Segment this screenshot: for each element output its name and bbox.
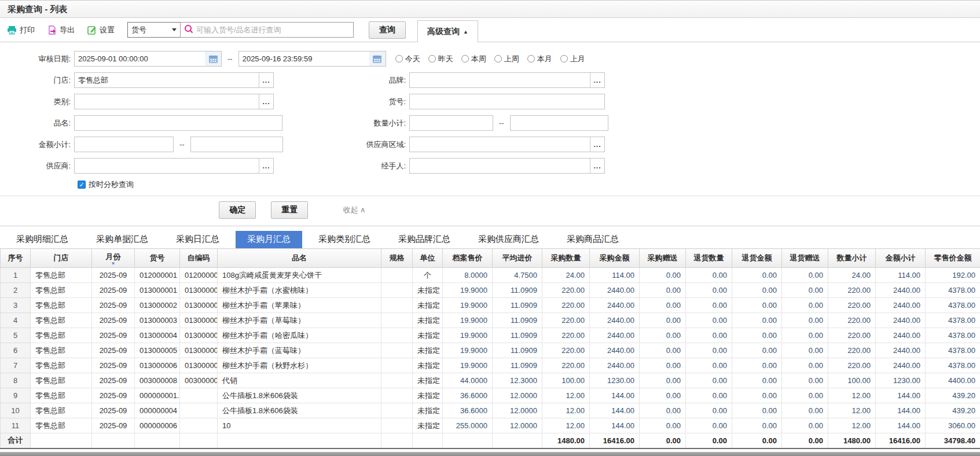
settings-button[interactable]: 设置 — [87, 25, 115, 35]
cell: 2025-09 — [92, 343, 135, 358]
calendar-icon[interactable] — [205, 52, 221, 66]
calendar-icon[interactable] — [369, 52, 386, 66]
column-header-采购金额[interactable]: 采购金额 — [590, 249, 640, 268]
store-lookup-button[interactable]: ... — [259, 73, 273, 87]
table-row[interactable]: 8零售总部2025-09003000008003000008代销未指定44.00… — [1, 373, 980, 388]
cell: 0.00 — [640, 268, 686, 283]
supplier-region-lookup-button[interactable]: ... — [590, 137, 604, 152]
tab-采购日汇总[interactable]: 采购日汇总 — [164, 231, 231, 248]
cell: 11.0909 — [493, 328, 542, 343]
cell: 2440.00 — [876, 358, 926, 373]
column-header-退货赠送[interactable]: 退货赠送 — [782, 249, 828, 268]
amount-subtotal-from-input[interactable] — [74, 137, 174, 152]
audit-date-from-input[interactable] — [75, 52, 205, 66]
cell: 0.00 — [732, 373, 782, 388]
quick-range-今天[interactable]: 今天 — [395, 54, 420, 64]
column-header-零售价金额[interactable]: 零售价金额 — [926, 249, 980, 268]
export-button[interactable]: 导出 — [47, 25, 75, 35]
table-row[interactable]: 10零售总部2025-09000000004公牛插板1.8米606袋装未指定36… — [1, 403, 980, 418]
row-index-cell: 8 — [1, 373, 31, 388]
brand-input[interactable] — [410, 73, 590, 87]
column-header-档案售价[interactable]: 档案售价 — [443, 249, 493, 268]
cell: 013000006 — [180, 358, 218, 373]
table-row[interactable]: 1零售总部2025-09012000001012000001108g滨崎咸蛋黄麦… — [1, 268, 980, 283]
store-label: 门店: — [0, 75, 74, 86]
column-header-规格[interactable]: 规格 — [381, 249, 413, 268]
column-header-采购数量[interactable]: 采购数量 — [542, 249, 590, 268]
audit-date-to-input[interactable] — [239, 52, 369, 66]
collapse-link[interactable]: 收起 ∧ — [343, 205, 365, 215]
tab-采购明细汇总[interactable]: 采购明细汇总 — [5, 231, 80, 248]
column-header-退货数量[interactable]: 退货数量 — [686, 249, 732, 268]
search-input[interactable] — [196, 25, 350, 34]
reset-button[interactable]: 重置 — [271, 201, 308, 219]
table-row[interactable]: 5零售总部2025-09013000004013000004柳丝木护手霜（哈密瓜… — [1, 328, 980, 343]
quick-range-上月[interactable]: 上月 — [560, 54, 585, 64]
column-header-门店[interactable]: 门店 — [31, 249, 92, 268]
supplier-input[interactable] — [75, 159, 259, 173]
store-input[interactable] — [75, 73, 259, 87]
brand-lookup-button[interactable]: ... — [590, 73, 604, 87]
table-row[interactable]: 6零售总部2025-09013000005013000005柳丝木护手霜（蓝莓味… — [1, 343, 980, 358]
column-header-采购赠送[interactable]: 采购赠送 — [640, 249, 686, 268]
amount-subtotal-to-input[interactable] — [190, 137, 283, 152]
print-button[interactable]: 打印 — [7, 25, 35, 35]
tab-采购商品汇总[interactable]: 采购商品汇总 — [555, 231, 630, 248]
column-header-序号[interactable]: 序号 — [1, 249, 31, 268]
qty-subtotal-from-input[interactable] — [409, 115, 493, 131]
tab-采购类别汇总[interactable]: 采购类别汇总 — [307, 231, 382, 248]
table-row[interactable]: 9零售总部2025-09000000001...公牛插板1.8米606袋装未指定… — [1, 388, 980, 403]
column-header-自编码[interactable]: 自编码 — [180, 249, 218, 268]
column-header-品名[interactable]: 品名 — [218, 249, 381, 268]
column-header-单位[interactable]: 单位 — [413, 249, 443, 268]
quick-range-本周[interactable]: 本周 — [461, 54, 486, 64]
qty-subtotal-to-input[interactable] — [510, 115, 608, 131]
column-header-金额小计[interactable]: 金额小计 — [876, 249, 926, 268]
handler-lookup-button[interactable]: ... — [590, 159, 604, 173]
quick-range-昨天[interactable]: 昨天 — [428, 54, 453, 64]
cell: 0.00 — [640, 433, 686, 448]
query-button[interactable]: 查询 — [369, 21, 406, 39]
audit-date-row: 审核日期: -- 今天昨天本周上周本月上月 — [0, 51, 980, 67]
time-precision-checkbox[interactable]: ✓ 按时分秒查询 — [78, 179, 134, 190]
tab-采购供应商汇总[interactable]: 采购供应商汇总 — [467, 231, 550, 248]
table-row[interactable]: 7零售总部2025-09013000006013000006柳丝木护手霜（秋野水… — [1, 358, 980, 373]
confirm-button[interactable]: 确定 — [219, 201, 256, 219]
cell: 0.00 — [686, 298, 732, 313]
advanced-query-toggle[interactable]: 高级查询 ▲ — [417, 20, 478, 42]
cell: 2440.00 — [590, 328, 640, 343]
cell: 未指定 — [413, 298, 443, 313]
table-row[interactable]: 4零售总部2025-09013000003013000003柳丝木护手霜（草莓味… — [1, 313, 980, 328]
column-header-月份[interactable]: 月份▼ — [92, 249, 135, 268]
horizontal-scrollbar[interactable] — [0, 452, 980, 456]
column-header-平均进价[interactable]: 平均进价 — [493, 249, 542, 268]
tab-采购月汇总[interactable]: 采购月汇总 — [236, 231, 302, 248]
tab-采购品牌汇总[interactable]: 采购品牌汇总 — [387, 231, 462, 248]
handler-input[interactable] — [410, 159, 590, 173]
table-row[interactable]: 2零售总部2025-09013000001013000001柳丝木护手霜（水蜜桃… — [1, 283, 980, 298]
cell: 零售总部 — [31, 298, 92, 313]
tab-采购单据汇总[interactable]: 采购单据汇总 — [85, 231, 160, 248]
column-header-数量小计[interactable]: 数量小计 — [828, 249, 876, 268]
column-header-货号[interactable]: 货号 — [135, 249, 180, 268]
table-row[interactable]: 11零售总部2025-0900000000610未指定255.000012.00… — [1, 418, 980, 433]
category-lookup-button[interactable]: ... — [259, 94, 273, 109]
supplier-lookup-button[interactable]: ... — [259, 159, 273, 173]
column-header-退货金额[interactable]: 退货金额 — [732, 249, 782, 268]
cell: 11.0909 — [493, 283, 542, 298]
search-field-select[interactable]: 货号 — [127, 22, 181, 38]
table-row[interactable]: 3零售总部2025-09013000002013000002柳丝木护手霜（苹果味… — [1, 298, 980, 313]
cell — [381, 433, 413, 448]
cell: 2025-09 — [92, 418, 135, 433]
item-no-input[interactable] — [409, 94, 605, 109]
cell: 220.00 — [828, 313, 876, 328]
cell: 144.00 — [590, 388, 640, 403]
cell: 未指定 — [413, 283, 443, 298]
cell: 2025-09 — [92, 328, 135, 343]
item-name-input[interactable] — [74, 115, 282, 131]
supplier-region-input[interactable] — [410, 137, 590, 152]
category-input[interactable] — [75, 94, 259, 109]
quick-range-本月[interactable]: 本月 — [527, 54, 552, 64]
export-label: 导出 — [60, 25, 75, 35]
quick-range-上周[interactable]: 上周 — [494, 54, 519, 64]
